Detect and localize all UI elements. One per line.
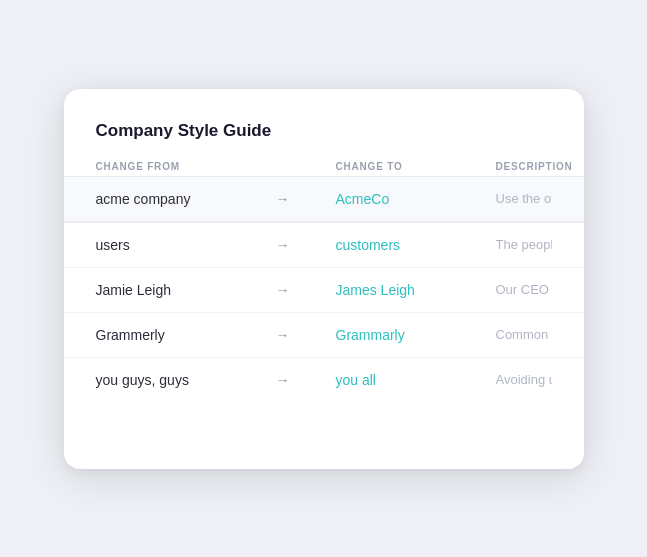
description-cell: Common misspellin (496, 327, 552, 342)
change-from-cell: users (96, 237, 276, 253)
col-header-change-from: CHANGE FROM (96, 161, 276, 172)
style-guide-card: Company Style Guide CHANGE FROM CHANGE T… (64, 89, 584, 469)
table-row[interactable]: you guys, guys → you all Avoiding uncons… (64, 357, 584, 402)
arrow-icon: → (276, 327, 336, 343)
arrow-icon: → (276, 372, 336, 388)
change-from-cell: acme company (96, 191, 276, 207)
description-cell: Our CEO prefers th (496, 282, 552, 297)
change-from-cell: you guys, guys (96, 372, 276, 388)
change-to-cell: you all (336, 372, 496, 388)
change-from-cell: Grammerly (96, 327, 276, 343)
description-cell: Use the official spelling a (496, 191, 552, 206)
col-header-description: DESCRIPTION (496, 161, 573, 172)
style-guide-table: acme company → AcmeCo Use the official s… (64, 176, 584, 402)
table-row[interactable]: Grammerly → Grammarly Common misspellin (64, 312, 584, 357)
table-row[interactable]: Jamie Leigh → James Leigh Our CEO prefer… (64, 267, 584, 312)
change-from-cell: Jamie Leigh (96, 282, 276, 298)
change-to-cell: James Leigh (336, 282, 496, 298)
arrow-icon: → (276, 237, 336, 253)
change-to-cell: AcmeCo (336, 191, 496, 207)
arrow-icon: → (276, 191, 336, 207)
description-cell: The people who ta (496, 237, 552, 252)
col-header-change-to: CHANGE TO (336, 161, 496, 172)
table-row[interactable]: acme company → AcmeCo Use the official s… (64, 176, 584, 222)
table-header: CHANGE FROM CHANGE TO DESCRIPTION (64, 161, 584, 172)
change-to-cell: customers (336, 237, 496, 253)
table-row[interactable]: users → customers The people who ta (64, 222, 584, 267)
change-to-cell: Grammarly (336, 327, 496, 343)
description-cell: Avoiding unconscio (496, 372, 552, 387)
col-header-spacer (276, 161, 336, 172)
card-title: Company Style Guide (64, 121, 584, 161)
arrow-icon: → (276, 282, 336, 298)
